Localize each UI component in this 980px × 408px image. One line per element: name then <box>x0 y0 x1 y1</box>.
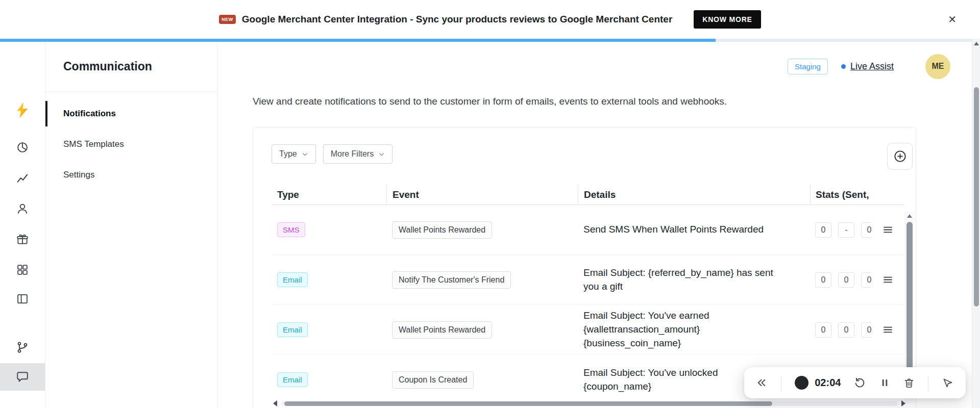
stat-box: 0 <box>838 322 854 338</box>
stat-box: 0 <box>861 272 871 288</box>
table-row: SMS Wallet Points Rewarded Send SMS When… <box>272 205 904 255</box>
column-header-type: Type <box>272 185 386 205</box>
add-notification-button[interactable] <box>887 143 913 170</box>
sidebar-item-rewards[interactable] <box>0 225 45 253</box>
new-icon: NEW <box>219 15 236 24</box>
type-badge: Email <box>277 272 308 287</box>
line-chart-icon <box>16 171 29 185</box>
stat-box: 0 <box>815 222 831 238</box>
table-horizontal-scrollbar <box>273 400 905 406</box>
lightning-logo-icon <box>15 102 30 118</box>
close-icon[interactable]: ✕ <box>948 14 957 24</box>
stat-box: 0 <box>838 272 854 288</box>
row-menu-button[interactable] <box>883 324 893 335</box>
type-badge: SMS <box>277 222 305 237</box>
sidebar-item-customers[interactable] <box>0 195 45 222</box>
row-menu-button[interactable] <box>883 224 893 235</box>
sidebar-item-pages[interactable] <box>0 285 45 313</box>
sidebar-item-label: SMS Templates <box>63 139 124 149</box>
type-badge: Email <box>277 372 308 387</box>
column-header-stats: Stats (Sent, <box>810 185 871 205</box>
page-scrollbar <box>972 39 980 408</box>
event-tag: Notify The Customer's Friend <box>392 271 511 289</box>
section-title: Communication <box>63 60 152 73</box>
chevron-down-icon <box>378 151 385 158</box>
sidebar-item-label: Settings <box>63 170 94 180</box>
horizontal-scrollbar-thumb[interactable] <box>284 401 772 406</box>
record-button[interactable] <box>795 376 808 390</box>
table-header: Type Event Details Stats (Sent, <box>272 185 904 205</box>
sidebar-item-notifications[interactable]: Notifications <box>45 101 217 126</box>
more-filters-label: More Filters <box>331 149 374 159</box>
scroll-up-arrow[interactable] <box>907 214 912 218</box>
sidebar-item-sms-templates[interactable]: SMS Templates <box>45 132 217 157</box>
page-description: View and create notifications to send to… <box>253 96 727 107</box>
stat-box: 0 <box>861 222 871 238</box>
pie-chart-icon <box>16 141 29 154</box>
column-header-details: Details <box>578 185 810 205</box>
stats-group: 000 <box>810 322 871 338</box>
page-scroll-up-arrow[interactable] <box>974 42 979 45</box>
row-menu-button[interactable] <box>883 274 893 285</box>
app-logo[interactable] <box>0 96 45 124</box>
plus-circle-icon <box>893 149 907 163</box>
recording-timer: 02:04 <box>815 377 841 389</box>
table-row: Email Notify The Customer's Friend Email… <box>272 255 904 305</box>
type-filter-dropdown[interactable]: Type <box>272 144 316 164</box>
event-tag: Coupon Is Created <box>392 371 474 389</box>
gift-icon <box>16 233 29 246</box>
notifications-card: Type More Filters Type Ev <box>253 127 916 408</box>
avatar[interactable]: ME <box>925 54 950 79</box>
column-header-actions <box>871 185 904 205</box>
scroll-right-arrow[interactable] <box>901 400 905 406</box>
stat-box: 0 <box>861 322 871 338</box>
stat-box: 0 <box>815 322 831 338</box>
user-icon <box>16 202 29 215</box>
sidebar-item-label: Notifications <box>63 109 116 119</box>
chat-icon <box>16 370 29 384</box>
icon-sidebar <box>0 42 45 408</box>
stat-box: 0 <box>815 272 831 288</box>
type-badge: Email <box>277 322 308 337</box>
details-text: Email Subject: {referred_by_name} has se… <box>583 266 810 294</box>
table-row: Email Wallet Points Rewarded Email Subje… <box>272 305 904 355</box>
apps-grid-icon <box>16 263 29 276</box>
banner-title: Google Merchant Center Integration - Syn… <box>242 14 673 25</box>
git-branch-icon <box>16 341 29 354</box>
sidebar-item-apps[interactable] <box>0 256 45 284</box>
trash-icon[interactable] <box>903 377 915 389</box>
stats-group: 000 <box>810 272 871 288</box>
sidebar-item-analytics[interactable] <box>0 164 45 192</box>
promo-banner: NEW Google Merchant Center Integration -… <box>0 0 980 39</box>
details-text: Send SMS When Wallet Points Rewarded <box>583 223 810 237</box>
type-filter-label: Type <box>279 149 297 159</box>
sidebar-item-dashboard[interactable] <box>0 134 45 161</box>
communication-sidebar: Communication Notifications SMS Template… <box>45 42 217 408</box>
rewind-icon[interactable] <box>756 377 768 389</box>
details-text: Email Subject: You've earned {wallettran… <box>583 309 810 350</box>
scroll-left-arrow[interactable] <box>273 400 277 406</box>
divider <box>781 375 781 391</box>
layout-panel-icon <box>16 292 29 305</box>
more-filters-dropdown[interactable]: More Filters <box>323 144 393 164</box>
horizontal-scrollbar-track[interactable] <box>281 401 897 406</box>
topbar: Staging Live Assist ME <box>217 42 972 91</box>
cursor-icon[interactable] <box>942 377 954 389</box>
divider <box>928 375 928 391</box>
event-tag: Wallet Points Rewarded <box>392 321 492 339</box>
event-tag: Wallet Points Rewarded <box>392 221 492 239</box>
page-scrollbar-thumb[interactable] <box>974 87 979 307</box>
stats-group: 0-0 <box>810 222 871 238</box>
screen-recorder-toolbar: 02:04 <box>744 367 966 398</box>
chevron-down-icon <box>302 151 308 158</box>
pause-icon[interactable] <box>879 377 890 388</box>
sidebar-item-settings[interactable]: Settings <box>45 162 217 188</box>
sidebar-item-integrations[interactable] <box>0 334 45 361</box>
main-content: Staging Live Assist ME View and create n… <box>217 42 972 408</box>
live-status-dot <box>841 64 846 69</box>
sidebar-item-communication[interactable] <box>0 363 45 391</box>
environment-badge[interactable]: Staging <box>788 59 828 74</box>
know-more-button[interactable]: KNOW MORE <box>694 10 761 29</box>
live-assist-link[interactable]: Live Assist <box>850 61 894 72</box>
restart-icon[interactable] <box>854 377 866 389</box>
